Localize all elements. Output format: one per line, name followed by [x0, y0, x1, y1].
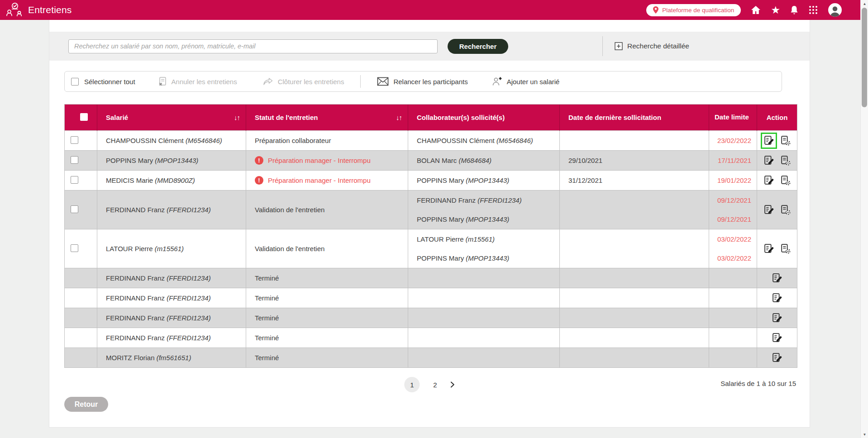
table-row: POPPINS Mary (MPOP13443)!Préparation man… — [65, 151, 797, 171]
add-employee-button[interactable]: Ajouter un salarié — [489, 76, 563, 87]
edit-action-button[interactable] — [762, 154, 776, 167]
last-solicitation-cell — [560, 308, 709, 328]
bell-icon — [790, 5, 799, 15]
search-input[interactable] — [68, 39, 438, 53]
interview-status: Validation de l'entretien — [246, 245, 408, 252]
employee-cell: POPPINS Mary (MPOP13443) — [97, 151, 246, 171]
edit-action-button[interactable] — [770, 351, 784, 365]
edit-action-button[interactable] — [770, 291, 784, 305]
back-button[interactable]: Retour — [64, 397, 108, 412]
interview-status: !Préparation manager - Interrompu — [246, 176, 408, 185]
action-cell — [757, 348, 797, 368]
column-header-statut[interactable]: Statut de l'entretien ↓↑ — [246, 105, 408, 131]
select-all-checkbox[interactable] — [71, 78, 79, 86]
favorites-button[interactable]: ★ — [771, 5, 780, 15]
app-grid-button[interactable] — [808, 5, 818, 15]
action-cell — [757, 131, 797, 151]
edit-action-button[interactable] — [762, 174, 776, 187]
row-select-cell — [65, 308, 97, 328]
next-page-button[interactable] — [451, 381, 455, 388]
action-cell — [757, 288, 797, 308]
employee-identity: FERDINAND Franz (FFERDI1234) — [106, 314, 246, 322]
column-header-salarie[interactable]: Salarié ↓↑ — [97, 105, 246, 131]
settings-action-button[interactable] — [778, 134, 792, 148]
app-brand: Entretiens — [5, 2, 72, 18]
row-actions — [757, 351, 797, 365]
employee-identity: FERDINAND Franz (FFERDI1234) — [106, 206, 246, 214]
page-button-2[interactable]: 2 — [430, 381, 439, 389]
employee-matricule: (MPOP13443) — [155, 157, 198, 164]
environment-badge[interactable]: Plateforme de qualification — [646, 4, 741, 16]
row-checkbox[interactable] — [71, 136, 78, 144]
search-section: Rechercher Recherche détaillée — [49, 32, 810, 61]
row-checkbox[interactable] — [71, 156, 78, 164]
deadline-cell: 09/12/202109/12/2021 — [709, 190, 757, 229]
search-button[interactable]: Rechercher — [448, 39, 508, 54]
status-label: Terminé — [255, 354, 279, 362]
edit-action-button[interactable] — [770, 271, 784, 285]
employee-matricule: (fm561651) — [157, 354, 191, 362]
deadline-cell: 03/02/202203/02/2022 — [709, 229, 757, 268]
deadline-cell — [709, 328, 757, 348]
deadline-cell — [709, 268, 757, 288]
header-select-all-checkbox[interactable] — [80, 113, 88, 121]
employee-identity: LATOUR Pierre (m15561) — [106, 245, 246, 252]
deadline-date: 19/01/2022 — [717, 176, 751, 184]
settings-action-button[interactable] — [778, 154, 792, 167]
notifications-button[interactable] — [790, 5, 799, 15]
status-cell: !Préparation manager - Interrompu — [246, 151, 408, 171]
detailed-search-button[interactable]: Recherche détaillée — [612, 42, 692, 51]
interview-status: Terminé — [246, 334, 408, 342]
scrollbar-down-arrow[interactable]: ▼ — [861, 431, 868, 438]
collaborators-cell: BOLAN Marc (M684684) — [408, 151, 560, 171]
settings-action-button[interactable] — [778, 174, 792, 187]
profile-avatar[interactable] — [828, 3, 842, 17]
employee-name: FERDINAND Franz — [106, 274, 167, 282]
sort-icon[interactable]: ↓↑ — [234, 114, 240, 121]
collaborators-stack: LATOUR Pierre (m15561)POPPINS Mary (MPOP… — [417, 229, 559, 268]
environment-badge-label: Plateforme de qualification — [662, 7, 734, 14]
employee-matricule: (FFERDI1234) — [167, 314, 211, 322]
home-button[interactable] — [750, 5, 761, 15]
status-cell: Terminé — [246, 288, 408, 308]
employee-name: MEDICIS Marie — [106, 176, 155, 184]
table-row: CHAMPOUSSIN Clément (M6546846)Préparatio… — [65, 131, 797, 151]
edit-action-button[interactable] — [762, 203, 776, 217]
column-header-date-limite: Date limite — [709, 105, 757, 131]
status-cell: Préparation collaborateur — [246, 131, 408, 151]
status-label: Validation de l'entretien — [255, 206, 324, 214]
avatar-icon — [828, 3, 842, 17]
row-checkbox[interactable] — [71, 176, 78, 184]
collaborators-cell: POPPINS Mary (MPOP13443) — [408, 171, 560, 190]
select-all[interactable]: Sélectionner tout — [71, 78, 135, 86]
collaborators-cell — [408, 268, 560, 288]
employee-name: POPPINS Mary — [417, 254, 466, 262]
close-interviews-icon — [262, 77, 273, 86]
pagination-bar: 1 2 Salariés de 1 à 10 sur 15 — [49, 377, 810, 394]
edit-action-button[interactable] — [762, 242, 776, 256]
edit-action-button[interactable] — [770, 311, 784, 325]
last-solicitation-cell: 31/12/2021 — [560, 171, 709, 190]
scrollbar-thumb[interactable] — [862, 8, 867, 107]
collaborators-cell — [408, 308, 560, 328]
row-select-cell — [65, 348, 97, 368]
page-button-1[interactable]: 1 — [404, 377, 420, 392]
employee-name: POPPINS Mary — [417, 215, 466, 223]
status-label: Terminé — [255, 314, 279, 322]
table-row: MORITZ Florian (fm561651)Terminé — [65, 348, 797, 368]
column-label: Date limite — [715, 113, 749, 121]
scrollbar-up-arrow[interactable]: ▲ — [861, 0, 868, 7]
column-header-collaborateurs: Collaborateur(s) sollicité(s) — [408, 105, 560, 131]
settings-action-button[interactable] — [778, 203, 792, 217]
edit-action-button[interactable] — [762, 134, 776, 148]
row-checkbox[interactable] — [71, 205, 78, 213]
edit-action-button[interactable] — [770, 331, 784, 345]
action-cell — [757, 229, 797, 268]
sort-icon[interactable]: ↓↑ — [396, 114, 402, 121]
settings-action-button[interactable] — [778, 242, 792, 256]
remind-participants-button[interactable]: Relancer les participants — [374, 76, 470, 86]
row-checkbox[interactable] — [71, 244, 78, 252]
page-scrollbar[interactable]: ▲ ▼ — [860, 0, 868, 438]
deadline-cell: 19/01/2022 — [709, 171, 757, 190]
toolbar-divider — [360, 75, 361, 88]
